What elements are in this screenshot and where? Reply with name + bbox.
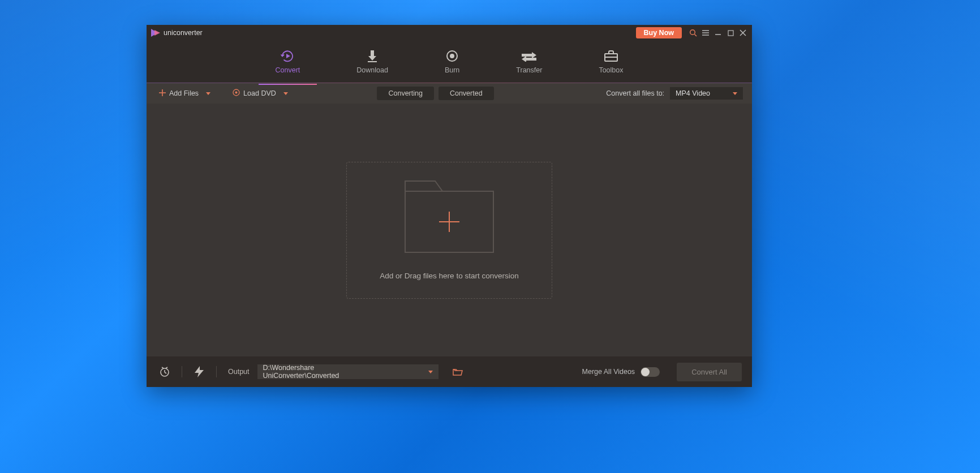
buy-now-button[interactable]: Buy Now xyxy=(636,27,682,38)
target-format-select[interactable]: MP4 Video xyxy=(670,87,743,100)
toolbox-icon xyxy=(604,49,618,63)
svg-rect-19 xyxy=(526,58,536,61)
tab-burn[interactable]: Burn xyxy=(438,46,466,78)
target-format-value: MP4 Video xyxy=(676,89,710,97)
separator xyxy=(216,366,217,377)
svg-marker-1 xyxy=(154,30,160,36)
output-path-value: D:\Wondershare UniConverter\Converted xyxy=(263,364,383,380)
tab-label: Toolbox xyxy=(599,66,623,74)
svg-rect-14 xyxy=(368,61,377,62)
svg-point-2 xyxy=(690,30,695,35)
converted-tab[interactable]: Converted xyxy=(439,87,494,100)
app-window: uniconverter Buy Now xyxy=(147,25,752,387)
tab-label: Convert xyxy=(276,66,300,74)
gpu-accel-button[interactable] xyxy=(191,364,207,380)
svg-line-3 xyxy=(695,35,697,37)
nav-separator xyxy=(147,83,752,83)
svg-marker-13 xyxy=(368,56,376,61)
svg-marker-20 xyxy=(522,56,526,62)
convert-all-label: Convert all files to: xyxy=(606,89,664,97)
main-nav: Convert Download Burn xyxy=(147,41,752,83)
convert-icon xyxy=(280,49,295,63)
svg-marker-11 xyxy=(286,54,290,58)
merge-toggle[interactable] xyxy=(641,367,660,377)
merge-row: Merge All Videos xyxy=(582,367,660,377)
burn-icon xyxy=(445,49,459,63)
chevron-down-icon xyxy=(428,371,433,373)
dropzone-hint: Add or Drag files here to start conversi… xyxy=(380,272,518,280)
svg-marker-35 xyxy=(195,366,204,377)
load-dvd-label: Load DVD xyxy=(243,89,276,97)
sub-toolbar: Add Files Load DVD Converting Converted … xyxy=(147,83,752,104)
svg-rect-17 xyxy=(522,54,532,57)
schedule-button[interactable] xyxy=(157,364,173,380)
app-logo-icon xyxy=(151,29,160,37)
separator xyxy=(182,366,182,377)
tab-download[interactable]: Download xyxy=(350,46,395,78)
load-dvd-dropdown[interactable] xyxy=(282,89,290,97)
chevron-down-icon xyxy=(206,92,210,95)
add-files-dropdown[interactable] xyxy=(204,89,212,97)
svg-rect-12 xyxy=(371,50,374,56)
svg-rect-8 xyxy=(728,31,733,36)
close-button[interactable] xyxy=(737,27,749,38)
tab-label: Transfer xyxy=(516,66,542,74)
minimize-button[interactable] xyxy=(712,27,724,38)
chevron-down-icon xyxy=(733,92,737,95)
tab-label: Download xyxy=(356,66,388,74)
app-name: uniconverter xyxy=(164,29,203,37)
add-files-button[interactable]: Add Files xyxy=(156,87,202,100)
bottombar: Output D:\Wondershare UniConverter\Conve… xyxy=(147,356,752,387)
svg-marker-18 xyxy=(532,52,536,58)
search-icon[interactable] xyxy=(687,27,699,38)
toggle-knob xyxy=(641,368,650,376)
plus-icon xyxy=(159,89,166,98)
svg-point-26 xyxy=(235,92,237,93)
load-dvd-button[interactable]: Load DVD xyxy=(229,87,280,100)
svg-line-33 xyxy=(162,367,164,368)
converting-tab[interactable]: Converting xyxy=(377,87,433,100)
add-files-label: Add Files xyxy=(169,89,199,97)
maximize-button[interactable] xyxy=(725,27,736,38)
svg-point-16 xyxy=(450,54,454,58)
titlebar: uniconverter Buy Now xyxy=(147,25,752,41)
folder-plus-icon xyxy=(404,180,495,256)
dropzone[interactable]: Add or Drag files here to start conversi… xyxy=(346,162,552,299)
disc-icon xyxy=(233,89,240,98)
filter-pills: Converting Converted xyxy=(377,87,493,100)
merge-label: Merge All Videos xyxy=(582,368,635,376)
output-path-select[interactable]: D:\Wondershare UniConverter\Converted xyxy=(257,364,439,379)
svg-line-34 xyxy=(166,367,167,368)
open-folder-button[interactable] xyxy=(450,364,466,380)
tab-transfer[interactable]: Transfer xyxy=(509,46,549,78)
convert-all-button[interactable]: Convert All xyxy=(677,363,742,381)
convert-target-row: Convert all files to: MP4 Video xyxy=(606,87,743,100)
svg-line-32 xyxy=(165,372,166,373)
output-label: Output xyxy=(228,368,250,376)
tab-label: Burn xyxy=(445,66,459,74)
chevron-down-icon xyxy=(283,92,288,95)
download-icon xyxy=(366,49,379,63)
hamburger-menu-icon[interactable] xyxy=(700,27,711,38)
tab-toolbox[interactable]: Toolbox xyxy=(592,46,630,78)
transfer-icon xyxy=(522,49,536,63)
workspace: Add or Drag files here to start conversi… xyxy=(147,104,752,356)
tab-convert[interactable]: Convert xyxy=(269,46,307,78)
